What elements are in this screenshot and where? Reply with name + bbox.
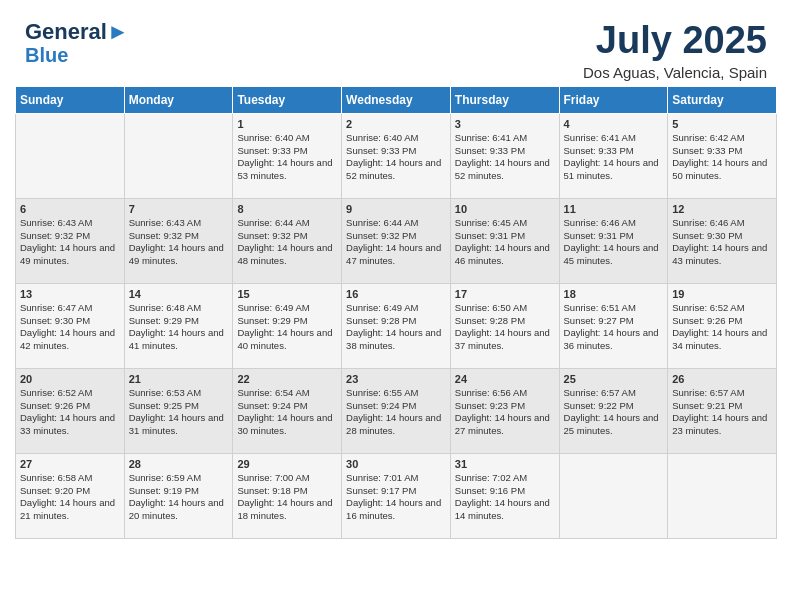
calendar-cell: 9Sunrise: 6:44 AMSunset: 9:32 PMDaylight… — [342, 198, 451, 283]
day-info: Sunrise: 6:40 AMSunset: 9:33 PMDaylight:… — [346, 132, 446, 183]
day-number: 4 — [564, 118, 664, 130]
calendar-cell: 6Sunrise: 6:43 AMSunset: 9:32 PMDaylight… — [16, 198, 125, 283]
day-info: Sunrise: 7:02 AMSunset: 9:16 PMDaylight:… — [455, 472, 555, 523]
calendar-cell: 18Sunrise: 6:51 AMSunset: 9:27 PMDayligh… — [559, 283, 668, 368]
day-of-week-header: Wednesday — [342, 86, 451, 113]
day-number: 16 — [346, 288, 446, 300]
calendar-cell: 8Sunrise: 6:44 AMSunset: 9:32 PMDaylight… — [233, 198, 342, 283]
day-info: Sunrise: 6:56 AMSunset: 9:23 PMDaylight:… — [455, 387, 555, 438]
day-of-week-header: Monday — [124, 86, 233, 113]
calendar-week-row: 20Sunrise: 6:52 AMSunset: 9:26 PMDayligh… — [16, 368, 777, 453]
day-of-week-header: Friday — [559, 86, 668, 113]
calendar-cell: 11Sunrise: 6:46 AMSunset: 9:31 PMDayligh… — [559, 198, 668, 283]
day-number: 2 — [346, 118, 446, 130]
calendar-table: SundayMondayTuesdayWednesdayThursdayFrid… — [15, 86, 777, 539]
day-number: 28 — [129, 458, 229, 470]
day-number: 3 — [455, 118, 555, 130]
day-info: Sunrise: 6:45 AMSunset: 9:31 PMDaylight:… — [455, 217, 555, 268]
calendar-cell: 22Sunrise: 6:54 AMSunset: 9:24 PMDayligh… — [233, 368, 342, 453]
day-of-week-header: Tuesday — [233, 86, 342, 113]
calendar-cell: 27Sunrise: 6:58 AMSunset: 9:20 PMDayligh… — [16, 453, 125, 538]
day-number: 6 — [20, 203, 120, 215]
day-info: Sunrise: 6:44 AMSunset: 9:32 PMDaylight:… — [237, 217, 337, 268]
day-info: Sunrise: 6:52 AMSunset: 9:26 PMDaylight:… — [20, 387, 120, 438]
day-info: Sunrise: 6:48 AMSunset: 9:29 PMDaylight:… — [129, 302, 229, 353]
day-number: 21 — [129, 373, 229, 385]
calendar-cell: 7Sunrise: 6:43 AMSunset: 9:32 PMDaylight… — [124, 198, 233, 283]
day-info: Sunrise: 6:42 AMSunset: 9:33 PMDaylight:… — [672, 132, 772, 183]
day-number: 13 — [20, 288, 120, 300]
day-info: Sunrise: 6:58 AMSunset: 9:20 PMDaylight:… — [20, 472, 120, 523]
day-info: Sunrise: 6:57 AMSunset: 9:21 PMDaylight:… — [672, 387, 772, 438]
day-number: 26 — [672, 373, 772, 385]
title-block: July 2025 Dos Aguas, Valencia, Spain — [583, 20, 767, 81]
day-number: 18 — [564, 288, 664, 300]
calendar-cell: 24Sunrise: 6:56 AMSunset: 9:23 PMDayligh… — [450, 368, 559, 453]
calendar-cell: 28Sunrise: 6:59 AMSunset: 9:19 PMDayligh… — [124, 453, 233, 538]
day-info: Sunrise: 6:40 AMSunset: 9:33 PMDaylight:… — [237, 132, 337, 183]
day-number: 8 — [237, 203, 337, 215]
day-number: 25 — [564, 373, 664, 385]
calendar-cell: 12Sunrise: 6:46 AMSunset: 9:30 PMDayligh… — [668, 198, 777, 283]
day-number: 29 — [237, 458, 337, 470]
day-info: Sunrise: 6:59 AMSunset: 9:19 PMDaylight:… — [129, 472, 229, 523]
calendar-cell: 14Sunrise: 6:48 AMSunset: 9:29 PMDayligh… — [124, 283, 233, 368]
day-number: 14 — [129, 288, 229, 300]
day-info: Sunrise: 6:44 AMSunset: 9:32 PMDaylight:… — [346, 217, 446, 268]
day-number: 27 — [20, 458, 120, 470]
day-number: 7 — [129, 203, 229, 215]
calendar-cell: 5Sunrise: 6:42 AMSunset: 9:33 PMDaylight… — [668, 113, 777, 198]
calendar-cell: 23Sunrise: 6:55 AMSunset: 9:24 PMDayligh… — [342, 368, 451, 453]
day-number: 5 — [672, 118, 772, 130]
day-info: Sunrise: 6:41 AMSunset: 9:33 PMDaylight:… — [455, 132, 555, 183]
calendar-cell: 30Sunrise: 7:01 AMSunset: 9:17 PMDayligh… — [342, 453, 451, 538]
page-header: General► Blue July 2025 Dos Aguas, Valen… — [10, 10, 782, 86]
day-number: 24 — [455, 373, 555, 385]
calendar-cell — [668, 453, 777, 538]
day-info: Sunrise: 6:51 AMSunset: 9:27 PMDaylight:… — [564, 302, 664, 353]
calendar-cell: 21Sunrise: 6:53 AMSunset: 9:25 PMDayligh… — [124, 368, 233, 453]
calendar-week-row: 13Sunrise: 6:47 AMSunset: 9:30 PMDayligh… — [16, 283, 777, 368]
calendar-week-row: 27Sunrise: 6:58 AMSunset: 9:20 PMDayligh… — [16, 453, 777, 538]
day-number: 10 — [455, 203, 555, 215]
logo: General► Blue — [25, 20, 129, 66]
day-info: Sunrise: 6:54 AMSunset: 9:24 PMDaylight:… — [237, 387, 337, 438]
logo-text: General► — [25, 20, 129, 44]
day-info: Sunrise: 6:52 AMSunset: 9:26 PMDaylight:… — [672, 302, 772, 353]
day-number: 20 — [20, 373, 120, 385]
calendar-cell: 19Sunrise: 6:52 AMSunset: 9:26 PMDayligh… — [668, 283, 777, 368]
calendar-cell: 2Sunrise: 6:40 AMSunset: 9:33 PMDaylight… — [342, 113, 451, 198]
day-number: 17 — [455, 288, 555, 300]
day-of-week-header: Thursday — [450, 86, 559, 113]
calendar-cell: 31Sunrise: 7:02 AMSunset: 9:16 PMDayligh… — [450, 453, 559, 538]
month-title: July 2025 — [583, 20, 767, 62]
day-of-week-header: Sunday — [16, 86, 125, 113]
day-info: Sunrise: 7:00 AMSunset: 9:18 PMDaylight:… — [237, 472, 337, 523]
day-info: Sunrise: 6:46 AMSunset: 9:31 PMDaylight:… — [564, 217, 664, 268]
day-info: Sunrise: 6:57 AMSunset: 9:22 PMDaylight:… — [564, 387, 664, 438]
day-info: Sunrise: 6:55 AMSunset: 9:24 PMDaylight:… — [346, 387, 446, 438]
calendar-cell: 4Sunrise: 6:41 AMSunset: 9:33 PMDaylight… — [559, 113, 668, 198]
logo-text2: Blue — [25, 44, 129, 66]
day-info: Sunrise: 6:49 AMSunset: 9:29 PMDaylight:… — [237, 302, 337, 353]
calendar-cell — [559, 453, 668, 538]
header-row: SundayMondayTuesdayWednesdayThursdayFrid… — [16, 86, 777, 113]
day-info: Sunrise: 7:01 AMSunset: 9:17 PMDaylight:… — [346, 472, 446, 523]
day-number: 31 — [455, 458, 555, 470]
calendar-cell: 29Sunrise: 7:00 AMSunset: 9:18 PMDayligh… — [233, 453, 342, 538]
day-number: 30 — [346, 458, 446, 470]
calendar-cell: 3Sunrise: 6:41 AMSunset: 9:33 PMDaylight… — [450, 113, 559, 198]
day-info: Sunrise: 6:47 AMSunset: 9:30 PMDaylight:… — [20, 302, 120, 353]
day-info: Sunrise: 6:49 AMSunset: 9:28 PMDaylight:… — [346, 302, 446, 353]
calendar-cell: 1Sunrise: 6:40 AMSunset: 9:33 PMDaylight… — [233, 113, 342, 198]
location: Dos Aguas, Valencia, Spain — [583, 64, 767, 81]
day-info: Sunrise: 6:41 AMSunset: 9:33 PMDaylight:… — [564, 132, 664, 183]
calendar-cell — [124, 113, 233, 198]
day-of-week-header: Saturday — [668, 86, 777, 113]
day-number: 19 — [672, 288, 772, 300]
day-info: Sunrise: 6:53 AMSunset: 9:25 PMDaylight:… — [129, 387, 229, 438]
calendar-cell: 20Sunrise: 6:52 AMSunset: 9:26 PMDayligh… — [16, 368, 125, 453]
day-info: Sunrise: 6:43 AMSunset: 9:32 PMDaylight:… — [129, 217, 229, 268]
day-number: 12 — [672, 203, 772, 215]
calendar-cell: 17Sunrise: 6:50 AMSunset: 9:28 PMDayligh… — [450, 283, 559, 368]
